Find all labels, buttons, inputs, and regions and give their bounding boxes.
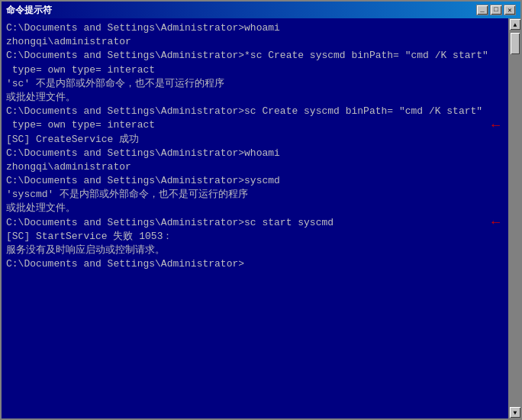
terminal-line: type= own type= interact — [6, 63, 504, 77]
terminal-line: C:\Documents and Settings\Administrator>… — [6, 174, 504, 188]
terminal-line: [SC] StartService 失败 1053： — [6, 230, 504, 244]
terminal-line: 服务没有及时响应启动或控制请求。 — [6, 244, 504, 257]
terminal-line: type= own type= interact — [6, 118, 504, 132]
terminal-line: C:\Documents and Settings\Administrator>… — [6, 216, 504, 230]
scroll-thumb[interactable] — [510, 32, 520, 55]
main-window: 命令提示符 _ □ ✕ C:\Documents and Settings\Ad… — [0, 0, 522, 420]
terminal-area[interactable]: C:\Documents and Settings\Administrator>… — [2, 18, 508, 418]
scroll-track[interactable] — [509, 31, 520, 406]
terminal-line: C:\Documents and Settings\Administrator>… — [6, 105, 504, 118]
terminal-line: C:\Documents and Settings\Administrator>… — [6, 21, 504, 35]
minimize-button[interactable]: _ — [476, 5, 488, 15]
terminal-line: [SC] CreateService 成功 — [6, 133, 504, 147]
terminal-line: 或批处理文件。 — [6, 91, 504, 105]
terminal-line: C:\Documents and Settings\Administrator>… — [6, 49, 504, 63]
red-arrow-icon: ← — [491, 116, 500, 135]
terminal-line: zhongqi\administrator — [6, 35, 504, 49]
scrollbar[interactable]: ▲ ▼ — [508, 18, 520, 418]
terminal-line: zhongqi\administrator — [6, 160, 504, 174]
scroll-up-button[interactable]: ▲ — [509, 18, 520, 31]
red-arrow-icon: ← — [491, 213, 500, 232]
scroll-down-button[interactable]: ▼ — [509, 406, 520, 418]
maximize-button[interactable]: □ — [490, 5, 502, 15]
terminal-line: 'sc' 不是内部或外部命令，也不是可运行的程序 — [6, 77, 504, 91]
title-bar: 命令提示符 _ □ ✕ — [2, 2, 520, 18]
terminal-line: 或批处理文件。 — [6, 202, 504, 215]
close-button[interactable]: ✕ — [504, 5, 516, 15]
window-title: 命令提示符 — [6, 4, 52, 17]
terminal-line: C:\Documents and Settings\Administrator>… — [6, 147, 504, 160]
window-content: C:\Documents and Settings\Administrator>… — [2, 18, 520, 418]
terminal-line: C:\Documents and Settings\Administrator> — [6, 257, 504, 271]
terminal-line: 'syscmd' 不是内部或外部命令，也不是可运行的程序 — [6, 188, 504, 202]
title-bar-buttons: _ □ ✕ — [476, 5, 516, 15]
